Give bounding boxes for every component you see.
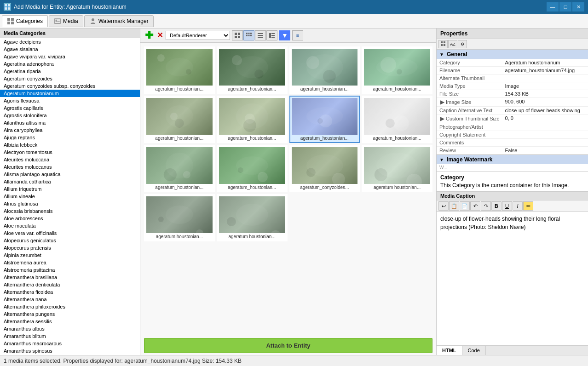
category-item[interactable]: Ageratum conyzoides subsp. conyzoides bbox=[0, 82, 140, 90]
view-grid-button[interactable] bbox=[243, 30, 254, 40]
tab-categories[interactable]: Categories bbox=[2, 15, 48, 27]
category-item[interactable]: Alternanthera pungens bbox=[0, 310, 140, 318]
general-section-header[interactable]: ▼ General bbox=[437, 50, 588, 59]
category-item[interactable]: Amaranthus viridis bbox=[0, 355, 140, 355]
category-item[interactable]: Aloe vera var. officinalis bbox=[0, 229, 140, 237]
category-item[interactable]: Amaranthus spinosus bbox=[0, 347, 140, 355]
category-item[interactable]: Agave vivipara var. vivipara bbox=[0, 53, 140, 60]
category-item[interactable]: Ajuga reptans bbox=[0, 134, 140, 141]
view-small-grid-button[interactable] bbox=[232, 30, 243, 40]
category-item[interactable]: Alpinia zerumbet bbox=[0, 252, 140, 259]
image-watermark-header[interactable]: ▼ Image Watermark bbox=[437, 155, 588, 164]
property-value[interactable]: 0, 0 bbox=[502, 114, 588, 123]
property-value[interactable]: Image bbox=[502, 82, 588, 90]
caption-undo-btn[interactable]: ↩ bbox=[438, 201, 449, 211]
media-item[interactable]: ageratum_houstonian... bbox=[217, 46, 288, 94]
media-item[interactable]: ageratum_houstonian... bbox=[144, 96, 215, 143]
property-value[interactable]: ageratum_houstonianum74.jpg bbox=[502, 67, 588, 74]
bottom-tab-html[interactable]: HTML bbox=[437, 346, 462, 355]
media-item[interactable]: ageratum houstonian... bbox=[362, 145, 432, 192]
window-controls[interactable]: — □ ✕ bbox=[547, 2, 584, 11]
caption-text-area[interactable]: close-up of flower-heads showing their l… bbox=[437, 212, 588, 345]
add-media-button[interactable]: ✚ bbox=[144, 30, 154, 40]
category-item[interactable]: Agave sisalana bbox=[0, 46, 140, 53]
media-item[interactable]: ageratum_houstonian... bbox=[217, 96, 288, 143]
category-item[interactable]: Albizia lebbeck bbox=[0, 141, 140, 149]
caption-bold-btn[interactable]: B bbox=[491, 201, 502, 211]
category-item[interactable]: Alisma plantago-aquatica bbox=[0, 171, 140, 178]
category-item[interactable]: Alternanthera philoxeroides bbox=[0, 303, 140, 310]
category-item[interactable]: Alternanthera nana bbox=[0, 296, 140, 303]
property-value[interactable] bbox=[502, 131, 588, 139]
property-value[interactable]: close-up of flower-heads showing bbox=[502, 107, 588, 114]
category-item[interactable]: Alopecurus geniculatus bbox=[0, 237, 140, 244]
property-value[interactable] bbox=[502, 139, 588, 147]
category-item[interactable]: Agonis flexuosa bbox=[0, 97, 140, 104]
media-item[interactable]: ageratum_houstonian... bbox=[144, 46, 215, 94]
property-value[interactable] bbox=[502, 74, 588, 82]
category-item[interactable]: Aira caryophyllea bbox=[0, 126, 140, 134]
category-item[interactable]: Alternanthera ficoidea bbox=[0, 288, 140, 296]
bottom-tab-code[interactable]: Code bbox=[462, 346, 486, 355]
category-item[interactable]: Amaranthus macrocarpus bbox=[0, 340, 140, 347]
category-item[interactable]: Agrostis stolonifera bbox=[0, 112, 140, 119]
category-item[interactable]: Amaranthus blitum bbox=[0, 332, 140, 340]
category-item[interactable]: Alternanthera brasiliana bbox=[0, 274, 140, 281]
sort-button[interactable]: ▼ bbox=[279, 30, 290, 40]
category-item[interactable]: Alternanthera sessilis bbox=[0, 318, 140, 325]
caption-highlight-btn[interactable]: ✏ bbox=[523, 201, 533, 211]
caption-undo2-btn[interactable]: ↶ bbox=[470, 201, 480, 211]
property-value[interactable]: 154.33 KB bbox=[502, 90, 588, 98]
property-value[interactable]: Ageratum houstonianum bbox=[502, 59, 588, 67]
category-item[interactable]: Aleurites moluccanus bbox=[0, 163, 140, 171]
tab-media[interactable]: Media bbox=[49, 15, 83, 27]
media-item[interactable]: ageratum houstonian... bbox=[217, 194, 288, 241]
minimize-button[interactable]: — bbox=[547, 2, 559, 11]
category-item[interactable]: Alectryon tomentosus bbox=[0, 149, 140, 156]
view-details-button[interactable] bbox=[266, 30, 277, 40]
media-item[interactable]: ageratum houstonian... bbox=[144, 194, 215, 241]
delete-media-button[interactable]: ✕ bbox=[156, 32, 164, 39]
category-item[interactable]: Ailanthus altissima bbox=[0, 119, 140, 126]
category-item[interactable]: Ageratum conyzoides bbox=[0, 75, 140, 82]
property-value[interactable]: 900, 600 bbox=[502, 98, 588, 107]
media-item[interactable]: ageratum_houstonian... bbox=[289, 46, 360, 94]
attach-button[interactable]: Attach to Entity bbox=[144, 338, 432, 353]
props-sort-az-btn[interactable]: AZ bbox=[448, 40, 457, 48]
props-view-grid-btn[interactable] bbox=[438, 40, 448, 48]
caption-redo-btn[interactable]: ↷ bbox=[481, 201, 491, 211]
category-item[interactable]: Agrostis capillaris bbox=[0, 104, 140, 112]
media-item[interactable]: ageratum_houstonian... bbox=[144, 145, 215, 192]
category-item[interactable]: Alocasia brisbanensis bbox=[0, 207, 140, 215]
caption-underline-btn[interactable]: U bbox=[502, 201, 512, 211]
caption-copy-btn[interactable]: 📋 bbox=[449, 201, 459, 211]
media-item[interactable]: ageratum_houstonian... bbox=[217, 145, 288, 192]
category-item[interactable]: Ageratina adenophora bbox=[0, 60, 140, 68]
category-item[interactable]: Amaranthus albus bbox=[0, 325, 140, 332]
category-item[interactable]: Alternanthera denticulata bbox=[0, 281, 140, 288]
category-item[interactable]: Allium vineale bbox=[0, 193, 140, 200]
category-item[interactable]: Agave decipiens bbox=[0, 38, 140, 46]
category-item[interactable]: Alopecurus pratensis bbox=[0, 244, 140, 252]
media-item[interactable]: ageratum_houstonian... bbox=[362, 96, 432, 143]
renderer-select[interactable]: DefaultRenderer bbox=[166, 31, 230, 40]
category-item[interactable]: Ageratum houstonianum bbox=[0, 90, 140, 97]
category-item[interactable]: Aleurites moluccana bbox=[0, 156, 140, 163]
category-item[interactable]: Allium triquetrum bbox=[0, 185, 140, 193]
tab-watermark[interactable]: Watermark Manager bbox=[84, 15, 154, 27]
category-item[interactable]: Aloe maculata bbox=[0, 222, 140, 229]
category-item[interactable]: Alnus glutinosa bbox=[0, 200, 140, 207]
category-item[interactable]: Alstroemeria aurea bbox=[0, 259, 140, 266]
property-value[interactable] bbox=[502, 123, 588, 131]
category-item[interactable]: Ageratina riparia bbox=[0, 68, 140, 75]
sort-extra-button[interactable]: ≡ bbox=[292, 30, 303, 40]
caption-italic-btn[interactable]: I bbox=[513, 201, 523, 211]
props-settings-btn[interactable]: ⚙ bbox=[458, 40, 467, 48]
caption-paste-btn[interactable]: 📄 bbox=[460, 201, 470, 211]
category-item[interactable]: Aloe arborescens bbox=[0, 215, 140, 222]
view-list-button[interactable] bbox=[255, 30, 266, 40]
category-list[interactable]: Agave decipiensAgave sisalanaAgave vivip… bbox=[0, 38, 140, 355]
media-item[interactable]: ageratum_houstonian... bbox=[362, 46, 432, 94]
media-item[interactable]: ageratum_houstonian... bbox=[289, 96, 360, 143]
maximize-button[interactable]: □ bbox=[559, 2, 571, 11]
